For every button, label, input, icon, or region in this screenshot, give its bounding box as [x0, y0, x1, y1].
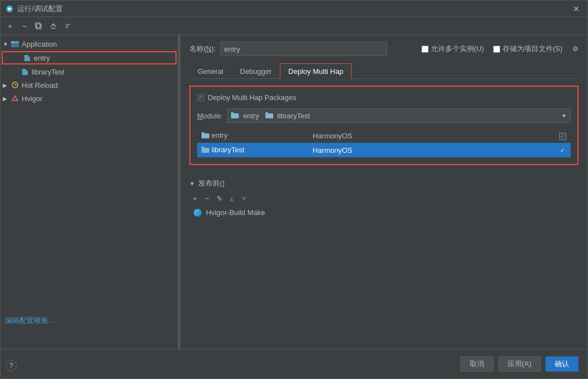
name-row: 名称(N): 允许多个实例(U) 存储为项目文件(S) ⚙	[189, 42, 579, 56]
svg-rect-16	[202, 132, 204, 134]
name-label-text: 名称(N):	[189, 44, 216, 53]
tab-deploy-multi-hap[interactable]: Deploy Multi Hap	[280, 63, 351, 79]
svg-rect-1	[37, 24, 41, 29]
hvigor-label: Hvigor	[22, 94, 43, 103]
allow-multiple-checkbox[interactable]	[421, 46, 429, 53]
app-title-icon	[5, 4, 14, 13]
module-check-librarytest[interactable]	[555, 143, 571, 157]
module-name-librarytest: libraryTest	[197, 143, 308, 157]
entry-label: entry	[34, 54, 50, 62]
module-label: Module:	[197, 112, 223, 120]
sidebar-item-application[interactable]: ▼ Application	[1, 37, 178, 51]
svg-rect-12	[231, 112, 234, 114]
folder-icon-entry	[231, 112, 239, 118]
sort-button[interactable]	[62, 20, 74, 32]
prelaunch-down-btn[interactable]: ▼	[238, 193, 249, 204]
remove-button[interactable]: −	[18, 20, 31, 32]
prelaunch-arrow-icon: ▼	[189, 181, 195, 187]
main-window: 运行/调试配置 ✕ + − ▼	[0, 0, 588, 379]
application-label: Application	[22, 40, 57, 48]
module-check-entry[interactable]	[555, 128, 571, 143]
module-row: Module: entry libraryTest	[197, 108, 571, 123]
librarytest-checkbox[interactable]	[559, 147, 566, 154]
dropdown-arrow-icon: ▼	[561, 113, 567, 119]
allow-multiple-label[interactable]: 允许多个实例(U)	[421, 44, 484, 54]
deploy-title: Deploy Multi Hap Packages	[208, 93, 296, 102]
hotreload-label: Hot Reload	[22, 81, 58, 89]
module-os-librarytest: HarmonyOS	[308, 143, 555, 157]
tabs: General Debugger Deploy Multi Hap	[189, 63, 579, 79]
folder-icon-librarytest	[265, 112, 273, 118]
svg-rect-18	[202, 147, 204, 148]
copy-button[interactable]	[33, 20, 45, 32]
name-input[interactable]	[220, 42, 387, 56]
module-table: entry HarmonyOS	[197, 128, 571, 157]
hotreload-icon	[11, 81, 19, 89]
tab-general[interactable]: General	[189, 63, 232, 79]
sidebar: ▼ Application	[1, 35, 178, 349]
svg-rect-11	[231, 113, 239, 118]
sidebar-item-hotreload[interactable]: ▶ Hot Reload	[1, 78, 178, 92]
folder-icon	[202, 146, 209, 153]
module-dropdown[interactable]: entry libraryTest ▼	[227, 108, 571, 123]
gear-icon[interactable]: ⚙	[572, 45, 579, 53]
bottom-bar: 取消 应用(A) 确认	[1, 349, 587, 378]
prelaunch-title: 发布前()	[198, 178, 225, 188]
prelaunch-add-btn[interactable]: +	[189, 193, 200, 204]
add-button[interactable]: +	[4, 20, 16, 32]
svg-rect-17	[202, 148, 209, 153]
close-button[interactable]: ✕	[570, 3, 583, 14]
hvigor-icon	[11, 94, 19, 103]
prelaunch-toolbar: + − ✎ ▲ ▼	[189, 191, 579, 206]
checkbox-group: 允许多个实例(U) 存储为项目文件(S) ⚙	[421, 44, 579, 54]
prelaunch-item: Hvigor-Build Make	[189, 206, 579, 219]
move-button[interactable]	[47, 20, 59, 32]
sidebar-item-entry[interactable]: entry	[2, 51, 177, 64]
prelaunch-up-btn[interactable]: ▲	[226, 193, 237, 204]
deploy-panel: Deploy Multi Hap Packages Module: entry	[189, 86, 579, 165]
main-content: ▼ Application	[1, 35, 587, 349]
hvigor-build-icon	[194, 209, 202, 217]
name-label: 名称(N):	[189, 44, 216, 54]
deploy-enable-checkbox[interactable]	[197, 94, 204, 101]
prelaunch-item-label: Hvigor-Build Make	[206, 208, 265, 217]
confirm-button[interactable]: 确认	[545, 356, 579, 372]
svg-marker-7	[28, 55, 30, 57]
titlebar: 运行/调试配置 ✕	[1, 1, 587, 17]
prelaunch-edit-btn[interactable]: ✎	[214, 193, 225, 204]
edit-template-link[interactable]: 编辑配置模板...	[5, 316, 54, 325]
save-as-file-checkbox[interactable]	[493, 46, 500, 53]
entry-checkbox[interactable]	[559, 133, 566, 140]
module-name-entry: entry	[197, 128, 308, 143]
toolbar: + −	[1, 17, 587, 35]
help-button[interactable]: ?	[6, 360, 17, 371]
right-panel: 名称(N): 允许多个实例(U) 存储为项目文件(S) ⚙	[180, 35, 587, 349]
svg-point-5	[12, 42, 13, 43]
table-row: entry HarmonyOS	[197, 128, 571, 143]
prelaunch-section: ▼ 发布前() + − ✎ ▲ ▼ Hvigor-Build Make	[189, 176, 579, 219]
table-row[interactable]: libraryTest HarmonyOS	[197, 143, 571, 157]
folder-icon	[202, 132, 209, 138]
sidebar-item-librarytest[interactable]: libraryTest	[1, 65, 178, 78]
save-as-file-label[interactable]: 存储为项目文件(S)	[493, 44, 562, 54]
application-icon	[11, 39, 19, 48]
apply-button[interactable]: 应用(A)	[498, 356, 541, 372]
prelaunch-header[interactable]: ▼ 发布前()	[189, 176, 579, 191]
prelaunch-remove-btn[interactable]: −	[202, 193, 213, 204]
expand-arrow: ▼	[3, 41, 11, 47]
tab-debugger[interactable]: Debugger	[232, 63, 280, 79]
deploy-header: Deploy Multi Hap Packages	[197, 93, 571, 102]
hotreload-arrow: ▶	[3, 82, 11, 88]
hvigor-arrow: ▶	[3, 96, 11, 102]
window-title: 运行/调试配置	[17, 4, 570, 14]
cancel-button[interactable]: 取消	[460, 356, 494, 372]
svg-marker-6	[24, 55, 30, 61]
svg-rect-15	[202, 133, 209, 138]
librarytest-icon	[21, 67, 29, 76]
module-dropdown-value: entry libraryTest	[231, 112, 310, 120]
module-os-entry: HarmonyOS	[308, 128, 555, 143]
svg-marker-9	[26, 69, 28, 71]
sidebar-item-hvigor[interactable]: ▶ Hvigor	[1, 92, 178, 105]
svg-rect-13	[265, 113, 273, 118]
svg-rect-14	[265, 112, 268, 114]
